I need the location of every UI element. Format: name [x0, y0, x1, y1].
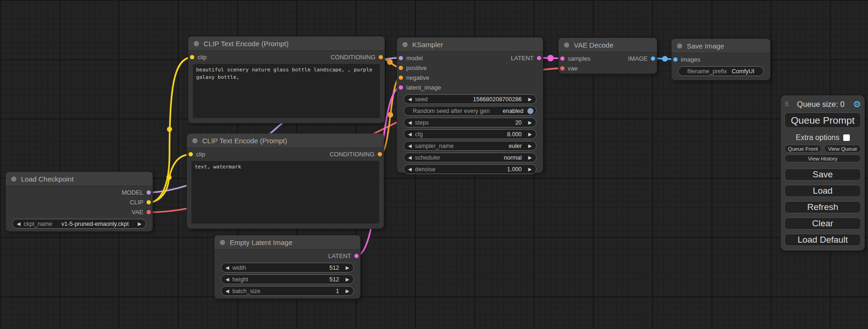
link-dot-conditioning-2[interactable] — [388, 112, 393, 118]
widget-denoise[interactable]: ◀ denoise 1.000 ▶ — [403, 164, 536, 174]
clear-button[interactable]: Clear — [784, 217, 861, 230]
collapse-dot-icon[interactable] — [220, 240, 225, 245]
negative-prompt-text[interactable]: text, watermark — [191, 161, 379, 224]
slot-dot-model-input[interactable] — [399, 56, 403, 60]
settings-gear-icon[interactable]: ⚙ — [853, 100, 861, 109]
widget-height[interactable]: ◀ height 512 ▶ — [221, 274, 354, 284]
graph-canvas[interactable]: CLIP Text Encode (Prompt) clip CONDITION… — [0, 0, 868, 329]
increment-arrow-icon[interactable]: ▶ — [528, 120, 532, 125]
link-dot-clip-2[interactable] — [167, 175, 172, 180]
widget-sampler-name[interactable]: ◀ sampler_name euler ▶ — [403, 141, 536, 151]
widget-filename-prefix[interactable]: filename_prefix ComfyUI — [678, 66, 764, 76]
decrement-arrow-icon[interactable]: ◀ — [408, 144, 412, 148]
slot-dot-model-output[interactable] — [147, 190, 151, 195]
slot-dot-positive-input[interactable] — [399, 66, 403, 70]
link-dot-clip-1[interactable] — [167, 127, 172, 132]
node-ksampler[interactable]: KSampler model LATENT positive — [397, 37, 543, 173]
widget-steps[interactable]: ◀ steps 20 ▶ — [403, 118, 536, 127]
view-queue-button[interactable]: View Queue — [824, 145, 861, 153]
slot-label-conditioning: CONDITIONING — [331, 54, 375, 61]
widget-seed[interactable]: ◀ seed 156680208700286 ▶ — [403, 94, 536, 104]
toggle-on-icon[interactable] — [527, 108, 534, 114]
increment-arrow-icon[interactable]: ▶ — [528, 97, 532, 102]
slot-dot-image-output[interactable] — [651, 56, 655, 61]
increment-arrow-icon[interactable]: ▶ — [138, 222, 141, 226]
slot-dot-latent-output[interactable] — [537, 56, 541, 60]
collapse-dot-icon[interactable] — [194, 41, 199, 46]
widget-random-seed-toggle[interactable]: Random seed after every gen enabled — [403, 106, 536, 116]
decrement-arrow-icon[interactable]: ◀ — [408, 155, 412, 160]
slot-dot-vae-input[interactable] — [560, 66, 565, 70]
slot-dot-negative-input[interactable] — [399, 76, 403, 80]
slot-dot-images-input[interactable] — [673, 57, 677, 62]
collapse-dot-icon[interactable] — [564, 42, 569, 48]
increment-arrow-icon[interactable]: ▶ — [528, 167, 532, 172]
node-title-bar[interactable]: CLIP Text Encode (Prompt) — [188, 36, 385, 51]
queue-front-button[interactable]: Queue Front — [784, 145, 821, 153]
decrement-arrow-icon[interactable]: ◀ — [226, 266, 229, 270]
widget-scheduler[interactable]: ◀ scheduler normal ▶ — [403, 153, 536, 162]
node-title-bar[interactable]: KSampler — [397, 37, 543, 52]
increment-arrow-icon[interactable]: ▶ — [528, 155, 532, 160]
decrement-arrow-icon[interactable]: ◀ — [408, 167, 412, 172]
decrement-arrow-icon[interactable]: ◀ — [408, 132, 412, 137]
node-load-checkpoint[interactable]: Load Checkpoint MODEL CLIP VAE — [6, 172, 153, 231]
slot-dot-latent-image-input[interactable] — [399, 85, 403, 90]
save-button[interactable]: Save — [784, 168, 861, 181]
link-dot-image[interactable] — [662, 56, 668, 62]
load-default-button[interactable]: Load Default — [784, 234, 861, 246]
widget-cfg[interactable]: ◀ cfg 8.000 ▶ — [403, 129, 536, 139]
slot-dot-samples-input[interactable] — [560, 56, 565, 61]
link-dot-latent[interactable] — [547, 55, 554, 62]
node-clip-text-encode-positive[interactable]: CLIP Text Encode (Prompt) clip CONDITION… — [188, 36, 385, 123]
slot-dot-conditioning-output[interactable] — [379, 55, 383, 59]
increment-arrow-icon[interactable]: ▶ — [346, 289, 349, 294]
node-title-bar[interactable]: Load Checkpoint — [6, 172, 153, 186]
positive-prompt-text[interactable]: beautiful scenery nature glass bottle la… — [193, 64, 380, 118]
slot-dot-clip-input[interactable] — [190, 55, 194, 59]
widget-width[interactable]: ◀ width 512 ▶ — [221, 263, 354, 273]
collapse-dot-icon[interactable] — [677, 43, 682, 49]
link-dot-conditioning-1[interactable] — [387, 59, 393, 65]
increment-arrow-icon[interactable]: ▶ — [528, 132, 532, 137]
extra-options-checkbox[interactable] — [843, 134, 850, 141]
node-save-image[interactable]: Save Image images filename_prefix ComfyU… — [671, 39, 770, 80]
widget-label: batch_size — [233, 288, 261, 294]
load-button[interactable]: Load — [784, 185, 861, 197]
widget-value: 1.000 — [507, 166, 522, 173]
widget-label: height — [233, 276, 248, 283]
queue-prompt-button[interactable]: Queue Prompt — [784, 112, 861, 128]
drag-handle-icon[interactable]: ⠿ — [784, 101, 789, 108]
slot-dot-clip-output[interactable] — [147, 200, 151, 204]
decrement-arrow-icon[interactable]: ◀ — [408, 97, 412, 102]
slot-dot-vae-output[interactable] — [147, 210, 151, 214]
decrement-arrow-icon[interactable]: ◀ — [17, 222, 21, 226]
slot-label-latent-image: latent_image — [406, 84, 441, 91]
collapse-dot-icon[interactable] — [11, 176, 16, 182]
node-title-bar[interactable]: Empty Latent Image — [214, 235, 360, 250]
slot-label-latent-output: LATENT — [328, 252, 351, 259]
increment-arrow-icon[interactable]: ▶ — [528, 144, 532, 148]
node-title-bar[interactable]: Save Image — [671, 39, 770, 53]
collapse-dot-icon[interactable] — [402, 42, 408, 47]
slot-dot-clip-input[interactable] — [189, 152, 193, 156]
decrement-arrow-icon[interactable]: ◀ — [408, 120, 412, 125]
increment-arrow-icon[interactable]: ▶ — [346, 277, 349, 282]
view-history-button[interactable]: View History — [784, 154, 861, 162]
slot-label-negative: negative — [406, 74, 429, 81]
refresh-button[interactable]: Refresh — [784, 201, 861, 213]
node-title-bar[interactable]: VAE Decode — [558, 38, 657, 52]
decrement-arrow-icon[interactable]: ◀ — [226, 277, 229, 282]
increment-arrow-icon[interactable]: ▶ — [346, 266, 349, 270]
decrement-arrow-icon[interactable]: ◀ — [226, 289, 229, 294]
queue-panel[interactable]: ⠿ Queue size: 0 ⚙ Queue Prompt Extra opt… — [781, 95, 865, 251]
node-title-bar[interactable]: CLIP Text Encode (Prompt) — [187, 133, 384, 148]
slot-dot-conditioning-output[interactable] — [378, 152, 382, 156]
node-vae-decode[interactable]: VAE Decode samples IMAGE vae — [558, 38, 657, 74]
node-clip-text-encode-negative[interactable]: CLIP Text Encode (Prompt) clip CONDITION… — [187, 133, 384, 229]
node-empty-latent-image[interactable]: Empty Latent Image LATENT ◀ width 512 ▶ … — [214, 235, 360, 299]
slot-dot-latent-output[interactable] — [354, 254, 359, 258]
collapse-dot-icon[interactable] — [192, 138, 198, 143]
widget-batch-size[interactable]: ◀ batch_size 1 ▶ — [221, 286, 354, 296]
widget-ckpt-name[interactable]: ◀ ckpt_name v1-5-pruned-emaonly.ckpt ▶ — [12, 219, 146, 229]
